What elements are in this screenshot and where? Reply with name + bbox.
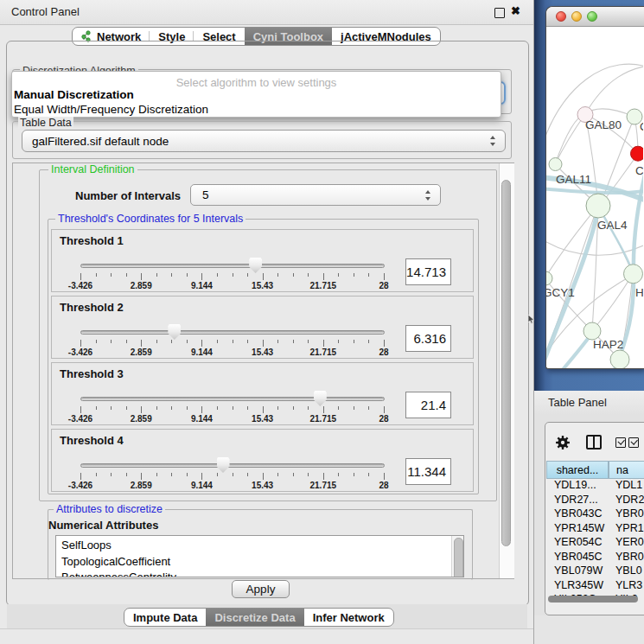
tick-label: 28 (379, 281, 388, 290)
node-gal11[interactable] (549, 158, 562, 171)
minimize-traffic-light[interactable] (571, 11, 582, 22)
table-data-value: galFiltered.sif default node (32, 135, 169, 148)
tick-label: 21.715 (310, 481, 337, 490)
slider-track[interactable] (80, 397, 385, 401)
slider-thumb[interactable] (168, 324, 181, 340)
tab-discretize-data[interactable]: Discretize Data (206, 609, 303, 626)
table-row[interactable]: YBR043CYBR0 (546, 507, 644, 522)
tab-impute-data[interactable]: Impute Data (124, 609, 206, 626)
node-label: H (635, 286, 643, 299)
control-panel-titlebar (0, 0, 534, 25)
attributes-group-title: Attributes to discretize (54, 503, 165, 515)
cell-name[interactable]: YBL0 (615, 564, 642, 577)
slider-thumb[interactable] (249, 258, 262, 273)
slider-thumb[interactable] (314, 391, 327, 406)
number-of-intervals-label: Number of Intervals (75, 189, 181, 202)
dropdown-item-manual-discretization[interactable]: Manual Discretization (14, 88, 134, 101)
screen: Control Panel ✖ NetworkStyleSelectCyni T… (0, 0, 644, 644)
node-red[interactable] (631, 146, 644, 161)
float-panel-icon[interactable] (494, 8, 505, 18)
dropdown-hint: Select algorithm to view settings (12, 76, 501, 89)
tick-label: 2.859 (131, 414, 152, 424)
cell-shared-name[interactable]: YDR27... (554, 494, 598, 506)
tick-label: -3.426 (68, 414, 92, 424)
close-icon[interactable]: ✖ (511, 4, 520, 17)
threshold-value-field[interactable]: 14.713 (405, 258, 451, 285)
node-label: C (635, 164, 643, 177)
cell-name[interactable]: YBR0 (615, 551, 644, 563)
cell-name[interactable]: YLR3 (615, 579, 642, 591)
cell-shared-name[interactable]: YBR043C (554, 507, 603, 520)
list-item[interactable]: SelfLoops (61, 539, 112, 552)
threshold-value-field[interactable]: 21.4 (405, 392, 451, 418)
dropdown-item-equal-width[interactable]: Equal Width/Frequency Discretization (14, 103, 208, 116)
table-panel-footer (534, 615, 644, 644)
slider-thumb[interactable] (217, 457, 230, 473)
threshold-value-field[interactable]: 6.316 (405, 325, 451, 352)
settings-scrollbar[interactable] (499, 163, 514, 578)
checkbox-icon[interactable] (628, 437, 639, 448)
tab-infer-network[interactable]: Infer Network (304, 609, 393, 626)
apply-button[interactable]: Apply (232, 580, 290, 598)
split-columns-icon[interactable] (586, 435, 602, 450)
cell-shared-name[interactable]: YPR145W (554, 522, 604, 534)
table-row[interactable]: YBL079WYBL0 (546, 564, 644, 579)
tick-label: 2.859 (131, 281, 152, 290)
column-header-name[interactable]: na (609, 461, 644, 479)
table-hscrollbar[interactable] (547, 595, 642, 603)
interval-definition-title: Interval Definition (48, 163, 137, 175)
table-data-combobox[interactable]: galFiltered.sif default node (22, 130, 506, 152)
gear-icon[interactable] (555, 435, 571, 450)
cell-shared-name[interactable]: YBR045C (554, 551, 603, 563)
node-table[interactable]: shared... na YDL19...YDL1YDR27...YDR2YBR… (546, 461, 644, 597)
tick-label: 15.43 (252, 281, 273, 290)
cell-shared-name[interactable]: YDL19... (554, 479, 596, 491)
network-window-titlebar[interactable] (546, 7, 644, 27)
threshold-value-field[interactable]: 11.344 (405, 458, 451, 485)
column-header-shared-name[interactable]: shared... (546, 461, 609, 479)
node-h[interactable] (624, 265, 643, 284)
node-bottom[interactable] (610, 350, 629, 368)
node-hap2[interactable] (583, 322, 601, 340)
cell-shared-name[interactable]: YER054C (554, 536, 603, 548)
checkbox-icon[interactable] (615, 437, 626, 448)
node-gal4[interactable] (586, 194, 610, 218)
table-row[interactable]: YDR27...YDR2 (546, 494, 644, 508)
cell-shared-name[interactable]: YBL079W (554, 564, 603, 577)
slider-track[interactable] (80, 330, 385, 335)
cell-name[interactable]: YBR0 (615, 507, 644, 520)
cyni-mode-tabs: Impute DataDiscretize DataInfer Network (124, 608, 394, 627)
table-row[interactable]: YER054CYER0 (546, 536, 644, 551)
list-scrollbar[interactable] (451, 536, 463, 577)
tick-label: 9.144 (191, 414, 213, 424)
table-row[interactable]: YBR045CYBR0 (546, 551, 644, 565)
table-row[interactable]: YPR145WYPR1 (546, 522, 644, 537)
cell-name[interactable]: YPR1 (615, 522, 644, 534)
node-label: GAL11 (556, 173, 591, 186)
node-label: GA (640, 120, 643, 133)
number-of-intervals-spinner[interactable]: 5 (190, 184, 441, 206)
hscroll-thumb[interactable] (548, 596, 638, 603)
close-traffic-light[interactable] (556, 11, 566, 22)
list-item[interactable]: TopologicalCoefficient (61, 555, 170, 568)
table-row[interactable]: YLR345WYLR3 (546, 579, 644, 594)
tick-label: -3.426 (68, 481, 92, 490)
cell-name[interactable]: YDR2 (615, 494, 644, 506)
zoom-traffic-light[interactable] (587, 11, 597, 22)
tab-label: Infer Network (313, 611, 385, 624)
tick-label: 9.144 (191, 348, 213, 357)
table-row[interactable]: YDL19...YDL1 (546, 479, 644, 494)
list-item[interactable]: BetweennessCentrality (61, 571, 176, 577)
cell-shared-name[interactable]: YLR345W (554, 579, 603, 591)
numerical-attributes-list[interactable]: SelfLoopsTopologicalCoefficientBetweenne… (55, 535, 464, 577)
threshold-panel: Threshold 2-3.4262.8599.14415.4321.71528… (51, 296, 474, 359)
network-canvas[interactable]: GAL80 GA C GAL11 GAL4 H GCY1 HAP2 (546, 26, 643, 368)
slider-track[interactable] (80, 264, 385, 268)
cell-name[interactable]: YER0 (615, 536, 644, 548)
scrollbar-thumb[interactable] (501, 180, 511, 546)
thresholds-group-title: Threshold's Coordinates for 5 Intervals (55, 213, 245, 225)
cell-name[interactable]: YDL1 (615, 479, 642, 491)
slider-track[interactable] (80, 463, 385, 468)
tick-label: 28 (379, 481, 388, 490)
node-gcy1[interactable] (546, 271, 552, 285)
